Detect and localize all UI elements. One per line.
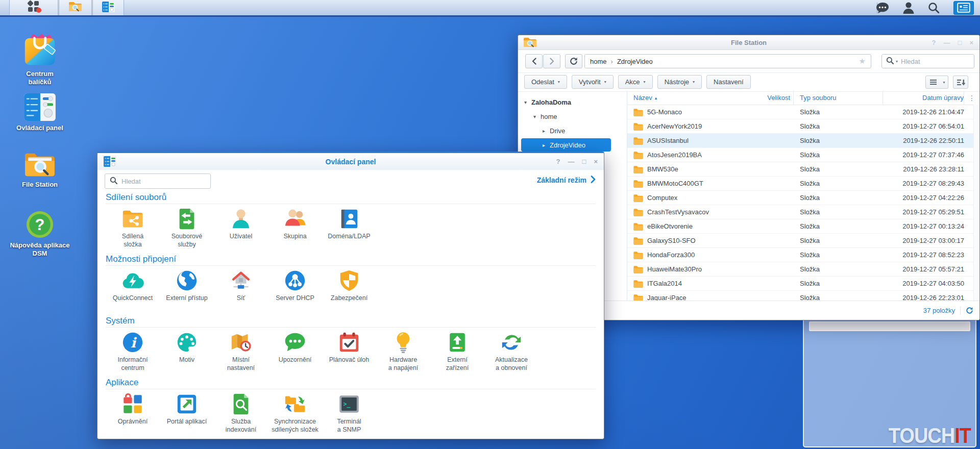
file-type: Složka (794, 219, 883, 233)
column-header-nazev[interactable]: Název▴ (627, 91, 753, 105)
cp-item-upozorneni[interactable]: Upozornění (268, 331, 322, 372)
tree-item-home[interactable]: ▾home (518, 109, 627, 123)
search-input[interactable] (900, 57, 970, 66)
scrollbar-track[interactable] (973, 105, 979, 301)
toolbar-nastaveni-button[interactable]: Nastavení (706, 75, 751, 89)
cp-item-uzivatel[interactable]: Uživatel (214, 207, 268, 248)
view-mode-button[interactable] (925, 76, 941, 89)
toolbar-nastroje-button[interactable]: Nástroje▾ (657, 75, 702, 89)
taskbar-file-station-button[interactable] (59, 0, 92, 15)
help-button[interactable]: ? (556, 158, 560, 165)
section-divider (106, 204, 596, 204)
tree-item-drive[interactable]: ▸Drive (518, 123, 627, 138)
basic-mode-link[interactable]: Základní režim (537, 176, 596, 185)
column-header-datum-upravy[interactable]: Datum úpravy (883, 91, 964, 105)
maximize-button[interactable]: □ (582, 158, 586, 165)
taskbar-chat-button[interactable] (876, 2, 889, 14)
cp-item-aktualizace-a-obnoveni[interactable]: Aktualizace a obnovení (484, 331, 538, 372)
search-input[interactable] (120, 177, 206, 186)
cp-item-portal-aplikaci[interactable]: Portál aplikací (160, 392, 214, 434)
taskbar-widgets-button[interactable] (953, 1, 974, 15)
desktop-icon-centrum-balicku[interactable]: Centrum balíčků (9, 32, 71, 86)
file-row-5g-monaco[interactable]: 5G-MonacoSložka2019-12-26 21:04:47 (627, 105, 979, 119)
refresh-button[interactable] (565, 54, 582, 68)
dropdown-caret-icon: ▾ (644, 80, 646, 84)
cp-item-skupina[interactable]: Skupina (268, 207, 322, 248)
desktop-icon-file-station[interactable]: File Station (9, 151, 71, 189)
tree-arrow-icon[interactable]: ▾ (533, 114, 536, 119)
cp-item-domena-ldap[interactable]: Doména/LDAP (322, 207, 376, 248)
cp-item-informacni-centrum[interactable]: iInformační centrum (106, 331, 160, 372)
folder-icon (633, 208, 643, 216)
minimize-button[interactable]: — (568, 158, 575, 165)
tree-arrow-icon[interactable]: ▾ (524, 99, 527, 105)
taskbar-control-panel-button[interactable] (92, 0, 124, 15)
toolbar-akce-button[interactable]: Akce▾ (618, 75, 653, 89)
forward-button[interactable] (543, 54, 560, 68)
taskbar-user-button[interactable] (903, 2, 914, 14)
cp-item-zabezpeceni[interactable]: Zabezpečení (322, 269, 376, 302)
cp-item-sit[interactable]: Síť (214, 269, 268, 302)
cp-item-sluzba-indexovani[interactable]: Služba indexování (214, 392, 268, 434)
toolbar-vytvorit-button[interactable]: Vytvořit▾ (572, 75, 614, 89)
cp-item-mistni-nastaveni[interactable]: Místní nastavení (214, 331, 268, 372)
taskbar-search-button[interactable] (928, 2, 940, 14)
maximize-button[interactable]: □ (958, 39, 962, 46)
file-row-huaweimate30pro[interactable]: HuaweiMate30ProSložka2019-12-27 05:57:21 (627, 262, 979, 277)
cp-item-planovac-uloh[interactable]: Plánovač úloh (322, 331, 376, 372)
file-row-atosjesen2019ba[interactable]: AtosJesen2019BASložka2019-12-27 07:37:46 (627, 148, 979, 162)
cp-item-quickconnect[interactable]: QuickConnect (106, 269, 160, 302)
file-row-itgala2014[interactable]: ITGala2014Složka2019-12-27 04:03:50 (627, 277, 979, 291)
cp-item-terminal-a-snmp[interactable]: >_Terminál a SNMP (322, 392, 376, 434)
widget-panel-bar[interactable] (809, 321, 970, 331)
help-button[interactable]: ? (932, 39, 936, 46)
desktop-icon-napoveda-aplikace-dsm[interactable]: ?Nápověda aplikace DSM (9, 210, 71, 258)
tree-item-zalohadoma[interactable]: ▾ZalohaDoma (518, 95, 627, 109)
cp-item-server-dhcp[interactable]: Server DHCP (268, 269, 322, 302)
back-button[interactable] (525, 54, 543, 68)
cp-item-externi-zarizeni[interactable]: Externí zařízení (430, 331, 484, 372)
file-type: Složka (794, 148, 883, 162)
file-row-acernewyork2019[interactable]: AcerNewYork2019Složka2019-12-27 06:54:01 (627, 119, 979, 134)
file-row-ebikeotvorenie[interactable]: eBikeOtvorenieSložka2019-12-27 00:13:24 (627, 219, 979, 234)
file-station-titlebar[interactable]: File Station ? — □ × (518, 35, 979, 50)
favorite-star-icon[interactable]: ★ (859, 57, 866, 66)
tree-arrow-icon[interactable]: ▸ (543, 142, 545, 148)
file-row-hondaforza300[interactable]: HondaForza300Složka2019-12-27 08:52:23 (627, 248, 979, 262)
refresh-list-button[interactable] (966, 307, 973, 314)
close-button[interactable]: × (594, 158, 598, 165)
sort-button[interactable] (953, 76, 968, 89)
search-options-caret-icon[interactable]: ▾ (896, 59, 898, 64)
section-divider (106, 389, 596, 389)
cp-item-sdilena-slozka[interactable]: Sdílená složka (106, 207, 160, 248)
file-row-galaxys10-sfo[interactable]: GalaxyS10-SFOSložka2019-12-27 03:00:17 (627, 234, 979, 248)
tree-arrow-icon[interactable]: ▸ (543, 128, 545, 134)
close-button[interactable]: × (969, 39, 973, 46)
column-header-typ-souboru[interactable]: Typ souboru (794, 91, 883, 105)
toolbar-odeslat-button[interactable]: Odeslat▾ (524, 75, 567, 89)
file-row-bmw530e[interactable]: BMW530eSložka2019-12-26 23:28:11 (627, 162, 979, 177)
cp-item-hardware-a-napajeni[interactable]: Hardware a napájení (376, 331, 430, 372)
breadcrumb[interactable]: home›ZdrojeVideo ★ (584, 54, 871, 68)
breadcrumb-item-home[interactable]: home (590, 58, 607, 65)
column-header-velikost[interactable]: Velikost (753, 91, 794, 105)
cp-item-externi-pristup[interactable]: Externí přístup (160, 269, 214, 302)
desktop-icon-ovladaci-panel[interactable]: Ovládací panel (9, 93, 71, 132)
file-row-crashtestvysavacov[interactable]: CrashTestVysavacovSložka2019-12-27 05:29… (627, 205, 979, 219)
cp-item-synchronizace-sdilenych-slozek[interactable]: Synchronizace sdílených složek (268, 392, 322, 434)
tree-item-zdrojevideo[interactable]: ▸ZdrojeVideo (518, 138, 627, 152)
file-station-search[interactable]: ▾ (881, 54, 974, 68)
file-row-asusistanbul[interactable]: ASUSIstanbulSložka2019-12-26 22:50:11 (627, 134, 979, 148)
minimize-button[interactable]: — (944, 39, 950, 46)
file-row-bmwmotoc400gt[interactable]: BMWMotoC400GTSložka2019-12-27 08:29:43 (627, 177, 979, 191)
cp-item-motiv[interactable]: Motiv (160, 331, 214, 372)
cp-item-souborove-sluzby[interactable]: Souborové služby (160, 207, 214, 248)
cp-item-opravneni[interactable]: Oprávnění (106, 392, 160, 434)
breadcrumb-item-zdrojevideo[interactable]: ZdrojeVideo (617, 58, 653, 65)
column-header-more[interactable]: ⋮ (964, 91, 979, 105)
control-panel-titlebar[interactable]: Ovládací panel ? — □ × (97, 153, 604, 170)
view-mode-caret[interactable]: ▾ (940, 76, 948, 89)
file-row-computex[interactable]: ComputexSložka2019-12-27 04:22:26 (627, 191, 979, 205)
taskbar-main-menu-button[interactable] (9, 0, 58, 15)
control-panel-search[interactable] (105, 173, 211, 189)
